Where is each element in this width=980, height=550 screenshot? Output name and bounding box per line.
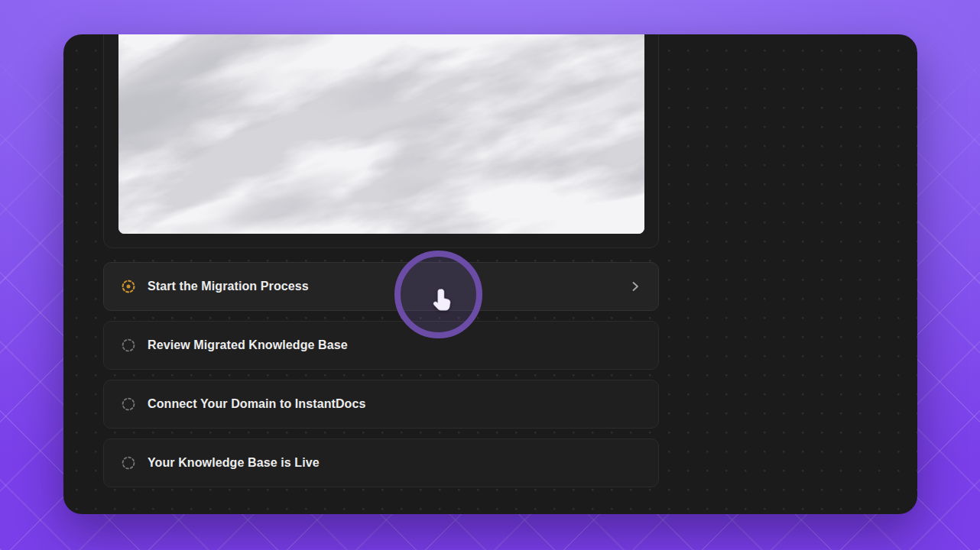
pending-dashed-circle-icon [121,338,136,353]
onboarding-card: Start the Migration Process Review Migra… [63,34,917,514]
checklist-item-label: Connect Your Domain to InstantDocs [148,397,366,411]
checklist-item-label: Your Knowledge Base is Live [148,456,320,470]
cover-image-panel [103,34,659,248]
in-progress-dashed-circle-icon [121,279,136,294]
pending-dashed-circle-icon [121,455,136,471]
marble-texture-image [118,34,644,234]
checklist-item-review-migrated-knowledge-base[interactable]: Review Migrated Knowledge Base [103,321,659,370]
pending-dashed-circle-icon [121,396,136,412]
checklist-item-your-knowledge-base-is-live[interactable]: Your Knowledge Base is Live [103,438,659,487]
checklist: Start the Migration Process Review Migra… [103,262,659,497]
checklist-item-connect-your-domain-to-instantdocs[interactable]: Connect Your Domain to InstantDocs [103,380,659,429]
marble-texture-graphic [118,34,644,234]
checklist-item-label: Review Migrated Knowledge Base [148,338,348,352]
checklist-item-label: Start the Migration Process [148,280,309,293]
checklist-item-start-migration-process[interactable]: Start the Migration Process [103,262,659,311]
chevron-right-icon [629,280,641,293]
